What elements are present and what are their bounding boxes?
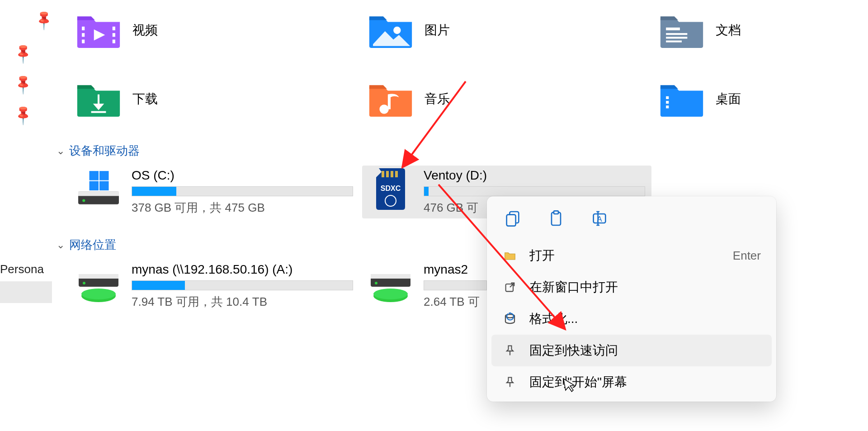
svg-point-32 (83, 282, 85, 284)
network-drive-icon (75, 262, 123, 304)
svg-rect-22 (90, 181, 99, 190)
folder-desktop[interactable]: 桌面 (658, 81, 741, 118)
svg-point-19 (82, 199, 85, 202)
menu-label: 格式化... (529, 310, 761, 327)
folder-videos[interactable]: 视频 (75, 12, 158, 49)
menu-label: 在新窗口中打开 (529, 279, 761, 296)
music-folder-icon (367, 81, 415, 118)
svg-rect-25 (386, 171, 389, 177)
svg-rect-1 (82, 33, 85, 37)
pin-icon: 📌 (11, 103, 34, 126)
sidebar-item-personal[interactable]: Persona (0, 262, 47, 276)
pin-icon: 📌 (11, 72, 34, 95)
menu-item-pin-quick-access[interactable]: 固定到快速访问 (491, 335, 772, 366)
drive-name: mynas (\\192.168.50.16) (A:) (132, 262, 353, 277)
svg-rect-21 (99, 171, 108, 180)
desktop-folder-icon (658, 81, 706, 118)
pictures-folder-icon (367, 12, 415, 49)
drive-mynas[interactable]: mynas (\\192.168.50.16) (A:) 7.94 TB 可用，… (70, 260, 358, 313)
svg-rect-16 (666, 105, 669, 108)
section-label: 设备和驱动器 (69, 143, 140, 159)
menu-item-format[interactable]: 格式化... (491, 303, 772, 335)
svg-point-34 (81, 289, 116, 299)
svg-text:A: A (597, 215, 602, 223)
svg-rect-14 (666, 96, 669, 99)
svg-rect-20 (90, 171, 99, 180)
svg-rect-0 (82, 27, 85, 30)
chevron-down-icon: ⌄ (57, 145, 65, 157)
folder-label: 图片 (425, 22, 450, 39)
svg-point-12 (379, 104, 389, 114)
downloads-folder-icon (75, 81, 123, 118)
menu-label: 打开 (529, 247, 721, 264)
pin-icon (502, 374, 518, 390)
context-menu: A 打开 Enter 在新窗口中打开 格式化... (487, 196, 776, 402)
drive-usage-bar (132, 186, 353, 196)
menu-item-open-new-window[interactable]: 在新窗口中打开 (491, 271, 772, 303)
sd-card-icon: SDXC (367, 168, 415, 210)
svg-rect-36 (371, 274, 410, 279)
svg-text:SDXC: SDXC (381, 185, 401, 192)
drive-usage-bar (424, 280, 487, 290)
section-network[interactable]: ⌄ 网络位置 (57, 237, 116, 253)
svg-rect-41 (507, 215, 516, 226)
drive-usage-bar (132, 280, 353, 290)
folder-label: 下载 (132, 90, 158, 108)
quick-access-sidebar: 📌 📌 📌 📌 Persona (0, 0, 52, 431)
folder-downloads[interactable]: 下载 (75, 81, 158, 118)
open-icon (502, 248, 518, 263)
svg-rect-2 (82, 40, 85, 43)
svg-rect-3 (113, 27, 115, 30)
svg-rect-10 (666, 41, 682, 43)
svg-rect-8 (666, 33, 687, 35)
menu-label: 固定到快速访问 (529, 342, 761, 359)
drive-mynas2[interactable]: mynas2 2.64 TB 可 (362, 260, 491, 313)
folder-pictures[interactable]: 图片 (367, 12, 450, 49)
drive-usage-text: 378 GB 可用，共 475 GB (132, 200, 353, 216)
drive-usage-bar (424, 186, 645, 196)
folder-label: 桌面 (716, 90, 741, 108)
section-devices[interactable]: ⌄ 设备和驱动器 (57, 143, 140, 159)
svg-rect-18 (78, 191, 119, 196)
svg-point-6 (393, 27, 401, 34)
folder-label: 文档 (716, 22, 741, 39)
svg-rect-4 (113, 33, 115, 37)
svg-rect-43 (554, 211, 558, 214)
menu-item-open[interactable]: 打开 Enter (491, 240, 772, 271)
drive-usage-text: 7.94 TB 可用，共 10.4 TB (132, 294, 353, 310)
network-drive-icon (367, 262, 415, 304)
drive-os-c[interactable]: OS (C:) 378 GB 可用，共 475 GB (70, 166, 358, 218)
svg-point-37 (375, 282, 377, 284)
drive-usage-text: 2.64 TB 可 (424, 294, 487, 310)
drive-os-icon (75, 168, 123, 210)
svg-rect-26 (391, 171, 393, 177)
svg-rect-24 (382, 171, 384, 177)
rename-icon[interactable]: A (589, 208, 610, 229)
svg-rect-11 (91, 111, 106, 113)
section-label: 网络位置 (69, 237, 116, 253)
menu-item-pin-start[interactable]: 固定到"开始"屏幕 (491, 366, 772, 398)
pin-icon: 📌 (11, 42, 34, 65)
drive-name: Ventoy (D:) (424, 168, 645, 183)
folder-label: 音乐 (425, 90, 450, 108)
format-icon (502, 311, 518, 327)
folder-label: 视频 (132, 22, 158, 39)
chevron-down-icon: ⌄ (57, 239, 65, 251)
folder-music[interactable]: 音乐 (367, 81, 450, 118)
sidebar-item-selected[interactable] (0, 281, 52, 303)
svg-rect-23 (99, 181, 108, 190)
svg-rect-15 (666, 101, 669, 104)
videos-folder-icon (75, 12, 123, 49)
svg-rect-9 (666, 37, 687, 38)
svg-point-39 (373, 289, 408, 299)
paste-icon[interactable] (546, 208, 566, 229)
svg-rect-7 (666, 28, 680, 30)
folder-documents[interactable]: 文档 (658, 12, 741, 49)
documents-folder-icon (658, 12, 706, 49)
pin-icon (502, 343, 518, 358)
menu-label: 固定到"开始"屏幕 (529, 374, 761, 391)
svg-rect-27 (395, 171, 398, 177)
copy-icon[interactable] (502, 208, 523, 229)
svg-rect-31 (79, 274, 118, 279)
open-new-window-icon (502, 279, 518, 295)
